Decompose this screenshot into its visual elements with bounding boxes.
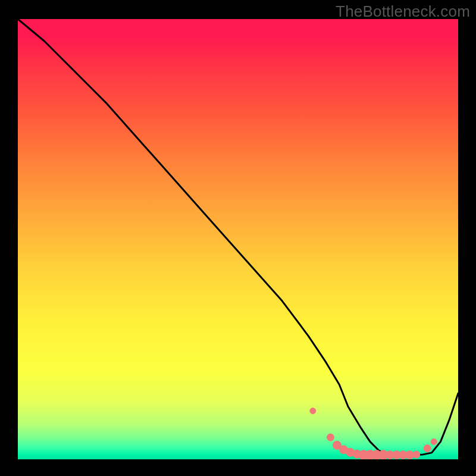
curve-overlay xyxy=(18,19,458,459)
marker-dot xyxy=(424,445,431,452)
data-markers xyxy=(310,408,437,459)
marker-dot xyxy=(327,434,334,441)
marker-dot xyxy=(431,439,437,444)
chart-frame: TheBottleneck.com xyxy=(0,0,476,476)
marker-dot xyxy=(310,408,316,414)
watermark-text: TheBottleneck.com xyxy=(336,2,470,21)
curve-path xyxy=(18,19,458,455)
marker-dot xyxy=(413,451,420,458)
bottleneck-curve xyxy=(18,19,458,455)
plot-area xyxy=(18,19,458,459)
